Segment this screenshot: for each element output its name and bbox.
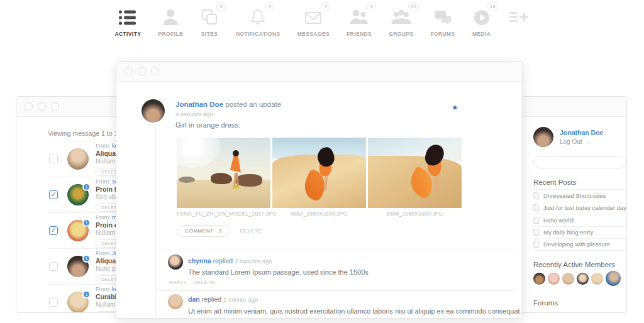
message-checkbox[interactable] — [49, 190, 58, 199]
message-checkbox[interactable] — [49, 298, 58, 307]
recent-post-item[interactable]: Developing with pleasure — [533, 238, 627, 251]
recent-posts-list: Unrevealed Shortcodes Just for test toda… — [533, 189, 627, 251]
nav-item-friends[interactable]: 3 FRIENDS — [347, 4, 372, 37]
post-header: Jonathan Doe posted an update — [175, 101, 281, 108]
nav-item-compose[interactable] — [508, 4, 530, 37]
avatar: 1 — [67, 184, 89, 205]
recent-posts-title: Recent Posts — [533, 178, 576, 186]
member-avatar[interactable] — [591, 273, 603, 285]
comment-count: 3 — [219, 228, 222, 234]
forums-title: Forums — [533, 299, 558, 307]
comment-body-text: Ut enim ad minim veniam, quis nostrud ex… — [188, 307, 522, 315]
recent-post-item[interactable]: Hello world! — [533, 214, 627, 226]
document-icon — [533, 204, 539, 211]
nav-badge: 18 — [487, 2, 498, 11]
avatar[interactable] — [533, 127, 553, 147]
unread-badge: 1 — [82, 219, 91, 227]
avatar: 1 — [67, 292, 89, 313]
delete-button[interactable]: DELETE — [240, 228, 262, 234]
photo-thumbnail[interactable] — [272, 138, 366, 208]
nav-item-messages[interactable]: 7 MESSAGES — [297, 4, 330, 37]
message-checkbox[interactable] — [49, 262, 58, 271]
recent-post-item[interactable]: Unrevealed Shortcodes — [533, 189, 627, 202]
photo-thumbnail[interactable] — [177, 138, 270, 208]
comment-button[interactable]: COMMENT3 — [177, 225, 230, 237]
member-avatar[interactable] — [548, 273, 560, 285]
member-avatar[interactable] — [577, 273, 589, 285]
favorite-star-icon[interactable]: ★ — [452, 103, 458, 112]
post-timestamp: 4 minutes ago — [175, 111, 213, 118]
nav-item-forums[interactable]: FORUMS — [430, 4, 455, 37]
member-avatar[interactable] — [606, 271, 621, 286]
comment-author-link[interactable]: dan — [188, 295, 200, 303]
nav-item-media[interactable]: 18 MEDIA — [472, 4, 491, 37]
delete-button[interactable]: DELETE — [193, 280, 214, 285]
message-checkbox[interactable] — [49, 155, 58, 163]
reply-button[interactable]: REPLY — [169, 280, 187, 285]
nav-badge: 3 — [216, 2, 226, 11]
window-dot-icon[interactable] — [138, 67, 146, 75]
sidebar-user-block: Jonathan Doe Log Out → — [533, 127, 603, 147]
divider — [155, 290, 516, 291]
thread-line — [155, 124, 156, 318]
document-icon — [533, 229, 539, 236]
chat-bubbles-icon — [433, 4, 452, 26]
post-author-link[interactable]: Jonathan Doe — [175, 101, 223, 108]
recent-post-item[interactable]: My daily blog entry — [533, 226, 627, 239]
window-header — [116, 62, 522, 82]
friends-icon: 3 — [349, 4, 369, 26]
comment-actions: REPLY DELETE — [169, 280, 214, 285]
avatar — [67, 148, 89, 170]
avatar[interactable] — [168, 255, 183, 270]
search-input[interactable] — [534, 159, 627, 166]
window-dot-icon[interactable] — [125, 67, 133, 75]
member-avatar[interactable] — [562, 273, 574, 285]
message-checkbox[interactable] — [49, 226, 58, 235]
avatar: 1 — [67, 220, 89, 241]
media-play-icon: 18 — [472, 4, 491, 26]
logout-link[interactable]: Log Out → — [560, 138, 603, 145]
nav-item-notifications[interactable]: 0 NOTIFICATIONS — [236, 4, 280, 37]
unread-badge: 1 — [82, 290, 91, 298]
comment-header: chynna replied 2 minutes ago — [188, 257, 272, 265]
photo-caption: FENG_YU_ZHI_CN_MODEL_2017.JPG — [177, 211, 270, 217]
avatar: 1 — [67, 256, 89, 277]
comment-header: dan replied 1 minute ago — [188, 295, 258, 303]
nav-label: FORUMS — [430, 31, 455, 37]
window-dot-icon[interactable] — [38, 102, 46, 111]
member-avatar[interactable] — [533, 273, 545, 285]
envelope-icon: 7 — [303, 4, 323, 26]
nav-item-sites[interactable]: 3 SITES — [200, 4, 219, 37]
app-screen: ACTIVITY PROFILE 3 SITES — [0, 0, 644, 323]
bell-icon: 0 — [248, 4, 267, 26]
activity-icon — [118, 4, 137, 26]
active-members-list — [533, 271, 621, 286]
comment-author-link[interactable]: chynna — [188, 257, 211, 265]
window-dot-icon[interactable] — [51, 102, 59, 111]
activity-window: Jonathan Doe posted an update 4 minutes … — [116, 61, 523, 319]
avatar[interactable] — [168, 294, 183, 309]
nav-item-groups[interactable]: 62 GROUPS — [389, 4, 413, 37]
nav-item-activity[interactable]: ACTIVITY — [114, 4, 141, 37]
avatar[interactable] — [142, 99, 165, 123]
window-dot-icon[interactable] — [151, 67, 159, 75]
photo-thumbnail[interactable] — [368, 138, 462, 208]
nav-label: GROUPS — [389, 31, 413, 37]
photo-caption: 6656_2560X1600.JPG — [368, 211, 462, 217]
document-icon — [533, 241, 539, 248]
sidebar-search — [533, 156, 626, 168]
nav-label: MEDIA — [472, 31, 491, 37]
document-icon — [533, 192, 539, 199]
nav-label: NOTIFICATIONS — [236, 31, 280, 37]
sites-windows-icon: 3 — [200, 4, 219, 26]
recent-post-item[interactable]: Just for test today calendar day — [533, 202, 627, 214]
unread-badge: 1 — [82, 183, 91, 191]
nav-label: FRIENDS — [347, 31, 372, 37]
groups-icon: 62 — [391, 4, 412, 26]
nav-label: ACTIVITY — [114, 31, 141, 37]
sidebar-user-name[interactable]: Jonathan Doe — [560, 129, 603, 136]
post-actions: COMMENT3 DELETE — [177, 225, 262, 237]
window-dot-icon[interactable] — [25, 102, 33, 111]
nav-item-profile[interactable]: PROFILE — [158, 4, 183, 37]
nav-badge: 3 — [367, 2, 376, 11]
